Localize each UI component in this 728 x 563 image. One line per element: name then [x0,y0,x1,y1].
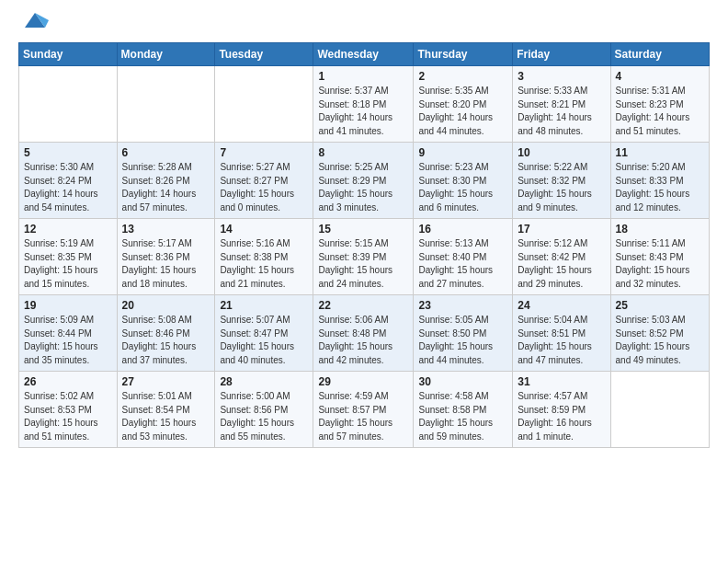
calendar-cell: 1Sunrise: 5:37 AM Sunset: 8:18 PM Daylig… [313,66,414,143]
day-info: Sunrise: 5:04 AM Sunset: 8:51 PM Dayligh… [518,314,605,367]
day-number: 28 [220,375,308,388]
calendar-cell: 18Sunrise: 5:11 AM Sunset: 8:43 PM Dayli… [610,219,709,295]
calendar-body: 1Sunrise: 5:37 AM Sunset: 8:18 PM Daylig… [19,66,710,448]
calendar-cell: 6Sunrise: 5:28 AM Sunset: 8:26 PM Daylig… [117,143,215,219]
day-info: Sunrise: 5:06 AM Sunset: 8:48 PM Dayligh… [318,314,408,367]
page: SundayMondayTuesdayWednesdayThursdayFrid… [0,0,728,463]
calendar-cell: 13Sunrise: 5:17 AM Sunset: 8:36 PM Dayli… [117,219,215,295]
day-info: Sunrise: 5:15 AM Sunset: 8:39 PM Dayligh… [318,237,408,291]
day-number: 15 [318,223,408,236]
day-number: 18 [616,223,704,236]
day-number: 19 [24,299,112,312]
day-number: 17 [518,223,605,236]
calendar-cell: 23Sunrise: 5:05 AM Sunset: 8:50 PM Dayli… [414,295,513,372]
calendar-cell: 2Sunrise: 5:35 AM Sunset: 8:20 PM Daylig… [414,66,513,143]
calendar-week-2: 12Sunrise: 5:19 AM Sunset: 8:35 PM Dayli… [19,219,710,295]
day-info: Sunrise: 5:31 AM Sunset: 8:23 PM Dayligh… [616,85,704,138]
calendar-cell: 3Sunrise: 5:33 AM Sunset: 8:21 PM Daylig… [513,66,610,143]
day-number: 11 [616,146,704,159]
day-number: 1 [318,70,408,83]
calendar-cell: 9Sunrise: 5:23 AM Sunset: 8:30 PM Daylig… [414,143,513,219]
calendar-cell [610,372,709,448]
weekday-row: SundayMondayTuesdayWednesdayThursdayFrid… [19,43,710,66]
calendar-cell: 31Sunrise: 4:57 AM Sunset: 8:59 PM Dayli… [513,372,610,448]
calendar: SundayMondayTuesdayWednesdayThursdayFrid… [18,42,710,448]
day-info: Sunrise: 4:59 AM Sunset: 8:57 PM Dayligh… [318,390,408,443]
day-number: 14 [220,223,308,236]
day-info: Sunrise: 5:20 AM Sunset: 8:33 PM Dayligh… [616,161,704,214]
calendar-cell: 7Sunrise: 5:27 AM Sunset: 8:27 PM Daylig… [215,143,313,219]
day-number: 22 [318,299,408,312]
day-number: 16 [418,223,507,236]
weekday-header-thursday: Thursday [414,43,513,66]
day-number: 8 [318,146,408,159]
calendar-cell: 10Sunrise: 5:22 AM Sunset: 8:32 PM Dayli… [513,143,610,219]
day-number: 31 [518,375,605,388]
day-number: 13 [122,223,210,236]
calendar-cell: 14Sunrise: 5:16 AM Sunset: 8:38 PM Dayli… [215,219,313,295]
day-info: Sunrise: 5:09 AM Sunset: 8:44 PM Dayligh… [24,314,112,367]
day-info: Sunrise: 5:19 AM Sunset: 8:35 PM Dayligh… [24,237,112,291]
day-number: 6 [122,146,210,159]
day-number: 5 [24,146,112,159]
calendar-cell: 27Sunrise: 5:01 AM Sunset: 8:54 PM Dayli… [117,372,215,448]
day-number: 23 [418,299,507,312]
day-number: 2 [418,70,507,83]
weekday-header-friday: Friday [513,43,610,66]
day-number: 27 [122,375,210,388]
day-info: Sunrise: 5:33 AM Sunset: 8:21 PM Dayligh… [518,85,605,138]
calendar-cell: 24Sunrise: 5:04 AM Sunset: 8:51 PM Dayli… [513,295,610,372]
day-number: 4 [616,70,704,83]
day-info: Sunrise: 5:02 AM Sunset: 8:53 PM Dayligh… [24,390,112,443]
calendar-week-0: 1Sunrise: 5:37 AM Sunset: 8:18 PM Daylig… [19,66,710,143]
calendar-week-4: 26Sunrise: 5:02 AM Sunset: 8:53 PM Dayli… [19,372,710,448]
day-number: 3 [518,70,605,83]
weekday-header-sunday: Sunday [19,43,118,66]
calendar-week-1: 5Sunrise: 5:30 AM Sunset: 8:24 PM Daylig… [19,143,710,219]
day-info: Sunrise: 5:07 AM Sunset: 8:47 PM Dayligh… [220,314,308,367]
day-info: Sunrise: 5:22 AM Sunset: 8:32 PM Dayligh… [518,161,605,214]
day-number: 7 [220,146,308,159]
day-number: 29 [318,375,408,388]
calendar-cell: 16Sunrise: 5:13 AM Sunset: 8:40 PM Dayli… [414,219,513,295]
day-info: Sunrise: 5:28 AM Sunset: 8:26 PM Dayligh… [122,161,210,214]
calendar-cell: 20Sunrise: 5:08 AM Sunset: 8:46 PM Dayli… [117,295,215,372]
logo-icon [21,7,49,35]
calendar-cell [117,66,215,143]
day-number: 10 [518,146,605,159]
day-info: Sunrise: 4:58 AM Sunset: 8:58 PM Dayligh… [418,390,507,443]
calendar-cell: 29Sunrise: 4:59 AM Sunset: 8:57 PM Dayli… [313,372,414,448]
weekday-header-tuesday: Tuesday [215,43,313,66]
calendar-cell: 22Sunrise: 5:06 AM Sunset: 8:48 PM Dayli… [313,295,414,372]
day-info: Sunrise: 5:27 AM Sunset: 8:27 PM Dayligh… [220,161,308,214]
day-info: Sunrise: 5:30 AM Sunset: 8:24 PM Dayligh… [24,161,112,214]
day-info: Sunrise: 5:01 AM Sunset: 8:54 PM Dayligh… [122,390,210,443]
calendar-cell: 11Sunrise: 5:20 AM Sunset: 8:33 PM Dayli… [610,143,709,219]
day-number: 30 [418,375,507,388]
calendar-cell: 25Sunrise: 5:03 AM Sunset: 8:52 PM Dayli… [610,295,709,372]
calendar-cell: 8Sunrise: 5:25 AM Sunset: 8:29 PM Daylig… [313,143,414,219]
day-number: 20 [122,299,210,312]
calendar-cell [215,66,313,143]
calendar-cell: 19Sunrise: 5:09 AM Sunset: 8:44 PM Dayli… [19,295,118,372]
calendar-cell: 15Sunrise: 5:15 AM Sunset: 8:39 PM Dayli… [313,219,414,295]
day-number: 24 [518,299,605,312]
calendar-cell: 26Sunrise: 5:02 AM Sunset: 8:53 PM Dayli… [19,372,118,448]
calendar-header: SundayMondayTuesdayWednesdayThursdayFrid… [19,43,710,66]
calendar-cell: 30Sunrise: 4:58 AM Sunset: 8:58 PM Dayli… [414,372,513,448]
calendar-cell: 5Sunrise: 5:30 AM Sunset: 8:24 PM Daylig… [19,143,118,219]
day-number: 21 [220,299,308,312]
logo [18,15,49,35]
day-info: Sunrise: 5:11 AM Sunset: 8:43 PM Dayligh… [616,237,704,291]
day-info: Sunrise: 5:17 AM Sunset: 8:36 PM Dayligh… [122,237,210,291]
calendar-cell: 21Sunrise: 5:07 AM Sunset: 8:47 PM Dayli… [215,295,313,372]
day-info: Sunrise: 5:23 AM Sunset: 8:30 PM Dayligh… [418,161,507,214]
header [18,15,710,35]
day-info: Sunrise: 5:03 AM Sunset: 8:52 PM Dayligh… [616,314,704,367]
calendar-week-3: 19Sunrise: 5:09 AM Sunset: 8:44 PM Dayli… [19,295,710,372]
day-info: Sunrise: 5:12 AM Sunset: 8:42 PM Dayligh… [518,237,605,291]
day-info: Sunrise: 5:00 AM Sunset: 8:56 PM Dayligh… [220,390,308,443]
calendar-cell: 4Sunrise: 5:31 AM Sunset: 8:23 PM Daylig… [610,66,709,143]
day-info: Sunrise: 5:08 AM Sunset: 8:46 PM Dayligh… [122,314,210,367]
day-info: Sunrise: 4:57 AM Sunset: 8:59 PM Dayligh… [518,390,605,443]
